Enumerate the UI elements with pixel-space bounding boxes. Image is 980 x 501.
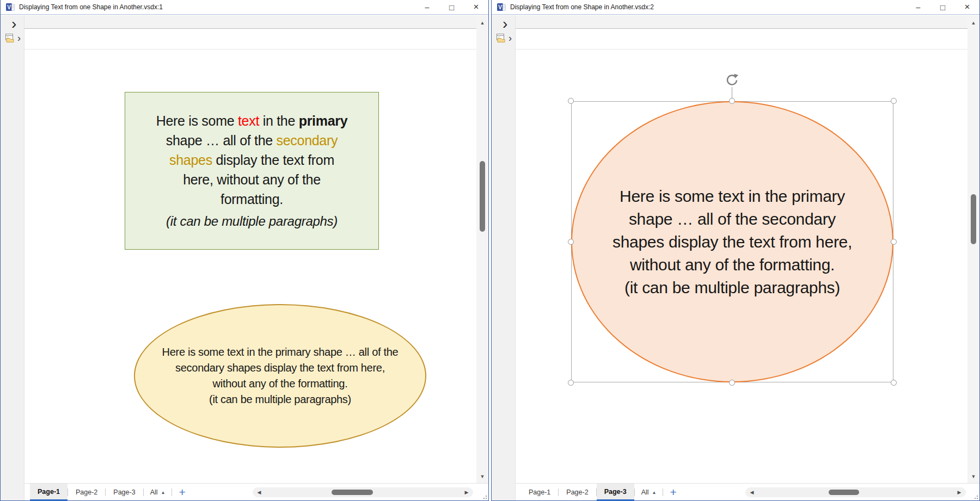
expand-stencil-chevron-icon[interactable]: › [509, 33, 512, 43]
minimize-button[interactable]: – [906, 0, 930, 14]
secondary-ellipse-shape[interactable]: Here is some text in the primary shape …… [134, 304, 426, 448]
shape-text-line: Here is some text in the primary shape …… [162, 344, 399, 360]
horizontal-scroll-thumb[interactable] [829, 490, 859, 495]
shapes-stencil-icon[interactable] [5, 33, 16, 43]
new-page-button[interactable]: + [663, 484, 683, 501]
all-pages-dropdown[interactable]: All ▲ [144, 484, 172, 501]
selection-handle-mid-left[interactable] [568, 239, 574, 245]
shape-text-line: shape … all of the secondary [166, 131, 338, 150]
shape-text-line: without any of the formatting. [630, 253, 835, 276]
vertical-scroll-thumb[interactable] [971, 194, 976, 244]
svg-text:V: V [498, 4, 502, 10]
scroll-down-icon[interactable]: ▼ [476, 471, 488, 482]
tab-page-1[interactable]: Page-1 [30, 484, 68, 501]
selected-shape-wrapper: Here is some text in the primary shape …… [571, 101, 893, 382]
rotation-handle-icon[interactable] [725, 73, 739, 88]
scroll-left-icon[interactable]: ◀ [254, 487, 265, 497]
visio-app-icon: V [6, 3, 15, 11]
red-text-run: text [238, 113, 259, 128]
shape-text-line: Here is some text in the primary [620, 185, 845, 208]
selection-handle-top-left[interactable] [568, 98, 574, 104]
window-title: Displaying Text from one Shape in Anothe… [510, 3, 654, 11]
gold-text-run: shapes [169, 152, 212, 168]
scroll-up-icon[interactable]: ▲ [967, 17, 979, 28]
svg-text:V: V [7, 4, 11, 10]
resize-grip[interactable] [482, 494, 487, 499]
tab-page-1[interactable]: Page-1 [521, 484, 558, 501]
primary-rectangle-shape[interactable]: Here is some text in the primary shape …… [125, 92, 379, 250]
collapsed-task-panel: › › [1, 15, 24, 500]
shape-text-line: here, without any of the [183, 170, 321, 189]
scroll-right-icon[interactable]: ▶ [954, 487, 965, 497]
selection-handle-bottom-right[interactable] [891, 380, 897, 386]
new-page-button[interactable]: + [172, 484, 192, 501]
collapsed-task-panel: › › [492, 15, 516, 500]
shapes-stencil-icon[interactable] [496, 33, 507, 43]
maximize-button[interactable]: □ [930, 0, 955, 14]
page-tab-bar: Page-1 Page-2 Page-3 All ▲ + ◀ ▶ [24, 483, 488, 500]
selection-handle-top-center[interactable] [729, 98, 735, 104]
tab-page-2[interactable]: Page-2 [559, 484, 596, 501]
window-title: Displaying Text from one Shape in Anothe… [19, 3, 163, 11]
drawing-canvas[interactable]: Here is some text in the primary shape …… [24, 15, 476, 483]
all-pages-dropdown[interactable]: All ▲ [635, 484, 663, 501]
title-bar[interactable]: V Displaying Text from one Shape in Anot… [492, 0, 979, 15]
visio-window-1: V Displaying Text from one Shape in Anot… [0, 0, 489, 501]
visio-app-icon: V [497, 3, 506, 11]
selection-handle-mid-right[interactable] [891, 239, 897, 245]
expand-panel-chevron-icon[interactable]: › [503, 16, 507, 32]
shape-text-line: secondary shapes display the text from h… [175, 360, 385, 376]
minimize-button[interactable]: – [415, 0, 439, 14]
vertical-scrollbar[interactable]: ▲ ▼ [476, 15, 488, 483]
bold-text-run: primary [299, 113, 348, 128]
canvas-sub-band [24, 29, 476, 50]
horizontal-scroll-thumb[interactable] [332, 490, 373, 495]
title-bar[interactable]: V Displaying Text from one Shape in Anot… [1, 0, 488, 15]
selection-handle-top-right[interactable] [891, 98, 897, 104]
close-button[interactable]: × [464, 0, 488, 14]
drawing-canvas[interactable]: Here is some text in the primary shape …… [516, 15, 967, 483]
horizontal-scrollbar[interactable]: ◀ ▶ [745, 487, 966, 497]
selection-handle-bottom-left[interactable] [568, 380, 574, 386]
shape-text-line: shapes display the text from [169, 150, 334, 170]
page-tab-bar: Page-1 Page-2 Page-3 All ▲ + ◀ ▶ [516, 483, 979, 500]
all-pages-arrow-icon: ▲ [652, 490, 657, 495]
shape-text-line: shape … all of the secondary [629, 208, 836, 231]
selected-ellipse-shape[interactable]: Here is some text in the primary shape …… [571, 101, 893, 382]
shape-text-line: formatting. [220, 189, 283, 209]
visio-window-2: V Displaying Text from one Shape in Anot… [491, 0, 980, 501]
tab-page-3[interactable]: Page-3 [597, 484, 634, 501]
expand-panel-chevron-icon[interactable]: › [11, 16, 16, 32]
shape-text-line: (it can be multiple paragraphs) [624, 276, 840, 299]
vertical-scrollbar[interactable]: ▲ ▼ [967, 15, 979, 483]
tab-page-3[interactable]: Page-3 [106, 484, 143, 501]
shape-text-line: Here is some text in the primary [156, 111, 348, 131]
expand-stencil-chevron-icon[interactable]: › [17, 33, 21, 43]
vertical-scroll-thumb[interactable] [480, 161, 485, 232]
scroll-down-icon[interactable]: ▼ [967, 471, 979, 482]
maximize-button[interactable]: □ [439, 0, 464, 14]
shape-text-line: (it can be multiple paragraphs) [209, 392, 351, 407]
selection-handle-bottom-center[interactable] [729, 380, 735, 386]
tab-page-2[interactable]: Page-2 [68, 484, 105, 501]
horizontal-scrollbar[interactable]: ◀ ▶ [253, 487, 473, 497]
shape-text-line: without any of the formatting. [213, 376, 348, 392]
gold-text-run: secondary [277, 133, 338, 148]
close-button[interactable]: × [955, 0, 979, 14]
canvas-top-band [24, 15, 476, 29]
all-pages-arrow-icon: ▲ [161, 490, 166, 495]
resize-grip[interactable] [973, 494, 978, 499]
scroll-up-icon[interactable]: ▲ [476, 17, 488, 28]
canvas-sub-band [516, 29, 967, 50]
shape-text-line: shapes display the text from here, [612, 231, 852, 253]
scroll-left-icon[interactable]: ◀ [746, 487, 757, 497]
shape-text-italic-line: (it can be multiple paragraphs) [166, 212, 338, 231]
scroll-right-icon[interactable]: ▶ [461, 487, 472, 497]
canvas-top-band [516, 15, 967, 29]
